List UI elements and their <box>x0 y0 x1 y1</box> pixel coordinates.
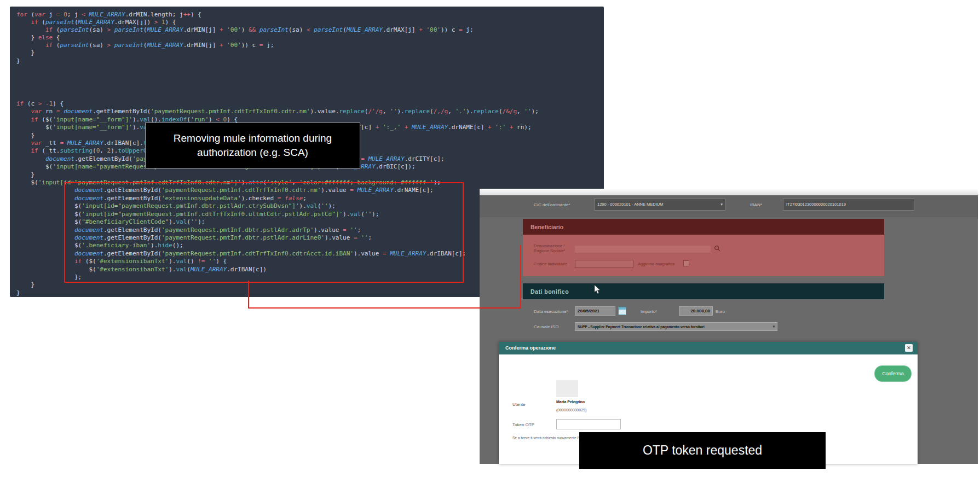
iban-label: IBAN* <box>750 202 762 207</box>
beneficiary-code-label: Codice Individuale <box>534 261 567 266</box>
currency-label: Euro <box>716 309 725 314</box>
annotation-label-otp: OTP token requested <box>579 432 826 469</box>
beneficiary-section-body: Denominazione / Ragione Sociale* Codice … <box>523 235 884 276</box>
update-registry-label: Aggiorna anagrafica <box>638 261 675 266</box>
account-label: C/C dell'ordinante* <box>534 202 570 207</box>
screenshot-stage: for (var j = 0; j < MULE_ARRAY.drMIN.len… <box>0 0 980 477</box>
code-highlight-box <box>64 182 464 283</box>
iban-input[interactable]: IT27I0301230000000020101019 <box>783 199 914 211</box>
account-select[interactable]: 1290 - 000020101 - ANNE MEDIUM ▾ <box>594 199 725 211</box>
modal-title: Conferma operazione <box>505 345 556 351</box>
app-window-titlebar <box>480 189 978 195</box>
execution-date-label: Data esecuzione* <box>534 309 568 314</box>
otp-input[interactable] <box>556 419 621 429</box>
update-registry-checkbox[interactable] <box>683 260 689 266</box>
search-icon[interactable] <box>714 245 720 252</box>
code-block-loop: for (var j = 0; j < MULE_ARRAY.drMIN.len… <box>16 11 474 65</box>
transfer-section-header: Dati bonifico <box>523 283 884 299</box>
user-code: (0000000000029) <box>556 408 586 412</box>
causal-select[interactable]: SUPP - Supplier Payment Transazione rela… <box>575 322 777 331</box>
chevron-down-icon: ▾ <box>773 323 775 330</box>
annotation-label-sca: Removing mule information during authori… <box>145 123 360 168</box>
connector-line <box>248 307 521 309</box>
calendar-icon[interactable] <box>618 307 626 315</box>
close-icon[interactable]: ✕ <box>905 344 913 352</box>
chevron-down-icon: ▾ <box>720 199 723 210</box>
connector-line <box>248 281 249 307</box>
modal-header: Conferma operazione ✕ <box>499 342 918 354</box>
user-name: Maria Pelegrino <box>556 400 585 404</box>
beneficiary-section-header: Beneficiario <box>523 219 884 235</box>
amount-input[interactable]: 20.000,00 <box>679 306 713 316</box>
beneficiary-name-input[interactable] <box>575 246 711 253</box>
transfer-fields: Data esecuzione* 20/05/2021 Importo* 20.… <box>523 299 884 343</box>
causal-label: Causale ISO <box>534 324 558 329</box>
otp-label: Token OTP <box>512 422 534 427</box>
beneficiary-code-input[interactable] <box>575 260 633 268</box>
user-label: Utente <box>512 402 526 407</box>
account-row: C/C dell'ordinante* 1290 - 000020101 - A… <box>480 195 978 217</box>
mouse-cursor-icon <box>594 285 601 294</box>
confirm-button[interactable]: Conferma <box>874 365 912 382</box>
connector-line <box>520 245 521 307</box>
amount-label: Importo* <box>641 309 657 314</box>
beneficiary-name-label: Denominazione / Ragione Sociale* <box>534 243 578 253</box>
avatar <box>556 380 578 397</box>
execution-date-input[interactable]: 20/05/2021 <box>575 306 615 316</box>
